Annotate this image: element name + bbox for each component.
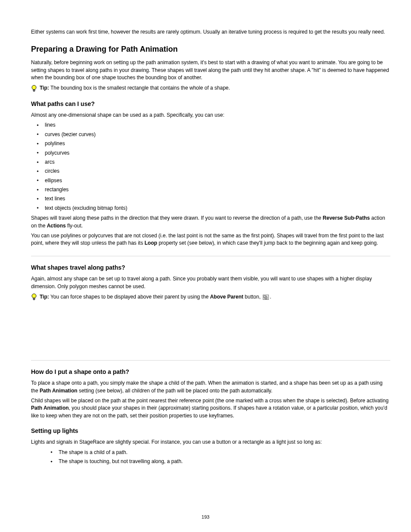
text-span: . <box>270 294 271 300</box>
body-text <box>31 324 390 331</box>
list-item: arcs <box>37 159 390 166</box>
lightbulb-icon <box>31 85 37 93</box>
ui-term: Above Parent <box>210 294 243 300</box>
list-item: circles <box>37 168 390 175</box>
text-span: Shapes will travel along these paths in … <box>31 215 323 221</box>
body-text <box>31 304 390 311</box>
body-text: Lights and signals in StageRace are slig… <box>31 439 390 446</box>
heading-what-shapes: What shapes travel along paths? <box>31 263 390 272</box>
body-text <box>31 344 390 351</box>
tip-label: Tip: <box>40 85 49 91</box>
ui-term: Loop <box>144 240 157 246</box>
text-span: You can force shapes to be displayed abo… <box>50 294 210 300</box>
body-text: Child shapes will be placed on the path … <box>31 397 390 420</box>
body-text: Almost any one-dimensional shape can be … <box>31 112 390 119</box>
heading-setting-up-lights: Setting up lights <box>31 426 390 435</box>
body-text <box>31 334 390 341</box>
text-span: property set (see below), in which case … <box>157 240 378 246</box>
text-span: , you should place your shapes in their … <box>31 405 387 418</box>
list-item: rectangles <box>37 186 390 193</box>
svg-rect-8 <box>265 297 267 299</box>
heading-preparing-drawing: Preparing a Drawing for Path Animation <box>31 44 390 55</box>
list-item: text objects (excluding bitmap fonts) <box>37 205 390 212</box>
list-item: polycurves <box>37 149 390 157</box>
separator <box>31 360 390 361</box>
tip-label: Tip: <box>40 294 49 300</box>
above-parent-icon <box>263 295 269 300</box>
document-page: Either systems can work first time, howe… <box>0 0 411 532</box>
svg-rect-1 <box>33 89 35 91</box>
list-item: polylines <box>37 140 390 147</box>
text-span: button, <box>243 294 262 300</box>
list-item: lines <box>37 121 390 129</box>
tip-block: Tip: You can force shapes to be displaye… <box>31 293 390 301</box>
body-text: To place a shape onto a path, you simply… <box>31 380 390 395</box>
body-text: Naturally, before beginning work on sett… <box>31 59 390 81</box>
body-text: You can use polylines or polycurves that… <box>31 232 390 247</box>
ui-term: Actions <box>47 223 66 229</box>
tip-text: Tip: The bounding box is the smallest re… <box>40 84 230 92</box>
list-item: The shape is touching, but not travellin… <box>51 458 390 465</box>
text-span: setting (see below), all children of the… <box>78 388 273 394</box>
text-span: fly-out. <box>66 223 83 229</box>
svg-point-3 <box>32 294 36 298</box>
list-item: The shape is a child of a path. <box>51 449 390 456</box>
list-item: curves (bezier curves) <box>37 131 390 138</box>
list-item: ellipses <box>37 177 390 184</box>
ui-term: Reverse Sub-Paths <box>323 215 370 221</box>
ui-term: Path Animation <box>31 405 69 411</box>
lights-list: The shape is a child of a path. The shap… <box>31 449 390 466</box>
body-text <box>31 314 390 321</box>
list-item: text lines <box>37 195 390 202</box>
page-number: 193 <box>0 514 411 521</box>
svg-rect-4 <box>33 298 35 299</box>
ui-term: Path Animation <box>40 388 78 394</box>
tip-block: Tip: The bounding box is the smallest re… <box>31 84 390 93</box>
svg-point-0 <box>32 85 36 90</box>
lightbulb-icon <box>31 293 37 301</box>
tip-body: The bounding box is the smallest rectang… <box>50 85 230 91</box>
body-text: Again, almost any shape can be set up to… <box>31 275 390 290</box>
separator <box>31 256 390 256</box>
intro-paragraph: Either systems can work first time, howe… <box>31 28 390 36</box>
text-span: Child shapes will be placed on the path … <box>31 398 389 404</box>
paths-list: lines curves (bezier curves) polylines p… <box>31 121 390 212</box>
body-text: Shapes will travel along these paths in … <box>31 215 390 230</box>
tip-text: Tip: You can force shapes to be displaye… <box>40 293 271 301</box>
heading-put-shape-on-path: How do I put a shape onto a path? <box>31 367 390 376</box>
heading-what-paths: What paths can I use? <box>31 100 390 108</box>
